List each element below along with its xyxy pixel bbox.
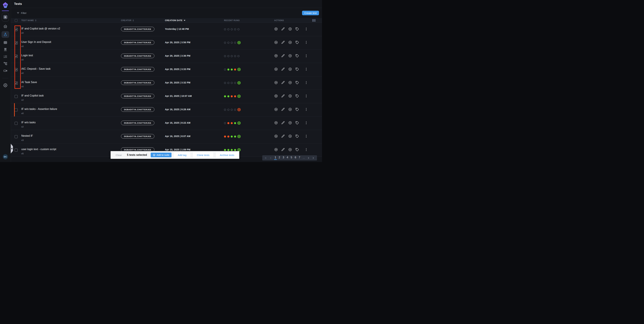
run-icon[interactable] (274, 108, 278, 111)
more-icon[interactable] (304, 108, 308, 111)
nav-test-tubes-icon[interactable] (2, 47, 9, 52)
add-to-suite-button[interactable]: Add to suite (151, 153, 172, 157)
add-icon[interactable] (288, 94, 292, 98)
more-icon[interactable] (304, 81, 308, 84)
table-row[interactable]: Login testv0DEBADITYA.CHATTERJEEApr 29, … (11, 50, 322, 63)
tag-icon[interactable] (295, 148, 299, 152)
run-icon[interactable] (274, 67, 278, 71)
add-icon[interactable] (288, 27, 292, 31)
add-icon[interactable] (288, 81, 292, 84)
test-name[interactable]: IF and Copilot task (21, 94, 121, 97)
run-icon[interactable] (274, 40, 278, 44)
clone-tests-button[interactable]: Clone tests (193, 152, 214, 158)
add-icon[interactable] (288, 54, 292, 58)
column-header-test-name[interactable]: TEST NAME (21, 19, 121, 22)
test-name[interactable]: Login test (21, 54, 121, 57)
add-icon[interactable] (288, 121, 292, 125)
page-number-4[interactable]: 4 (286, 156, 288, 160)
test-name[interactable]: AI Task Save (21, 81, 121, 84)
select-all-checkbox[interactable] (15, 19, 18, 22)
test-name[interactable]: IF and Copilot task @ version v2 (21, 27, 121, 30)
row-checkbox[interactable] (14, 41, 18, 44)
edit-icon[interactable] (281, 134, 285, 138)
table-row[interactable]: Nested IFv3DEBADITYA.CHATTERJEEApr 16, 2… (11, 130, 322, 144)
run-icon[interactable] (274, 94, 278, 98)
page-number-2[interactable]: 2 (278, 156, 281, 160)
clear-selection-button[interactable]: Clear (116, 154, 122, 157)
more-icon[interactable] (304, 40, 308, 44)
add-icon[interactable] (288, 40, 292, 44)
more-icon[interactable] (304, 148, 308, 152)
more-icon[interactable] (304, 54, 308, 58)
page-number-1[interactable]: 1 (274, 156, 277, 160)
test-name[interactable]: IF w/o tasks - Assertion failure (21, 108, 121, 110)
tag-icon[interactable] (295, 134, 299, 138)
nav-workflow-tree-icon[interactable] (2, 61, 9, 66)
nav-data-table-icon[interactable] (2, 40, 9, 45)
tag-icon[interactable] (295, 67, 299, 71)
edit-icon[interactable] (281, 67, 285, 71)
run-icon[interactable] (274, 27, 278, 31)
table-row[interactable]: User Sign In and Depositv0DEBADITYA.CHAT… (11, 36, 322, 50)
table-row[interactable]: IF and Copilot taskv2DEBADITYA.CHATTERJE… (11, 90, 322, 103)
more-icon[interactable] (304, 94, 308, 98)
edit-icon[interactable] (281, 94, 285, 98)
column-settings-icon[interactable] (312, 19, 316, 22)
nav-settings-gear-icon[interactable] (2, 83, 9, 88)
test-name[interactable]: AIC: Deposit - Save task (21, 67, 121, 70)
more-icon[interactable] (304, 67, 308, 71)
more-icon[interactable] (304, 134, 308, 138)
tag-icon[interactable] (295, 40, 299, 44)
test-name[interactable]: user login text - custom script (21, 148, 121, 151)
nav-recordings-camera-icon[interactable] (2, 68, 9, 73)
row-checkbox[interactable] (14, 135, 18, 138)
add-icon[interactable] (288, 134, 292, 138)
add-tag-button[interactable]: Add tag (174, 152, 190, 158)
test-name[interactable]: User Sign In and Deposit (21, 41, 121, 43)
test-name[interactable]: IF w/o tasks (21, 121, 121, 124)
first-page-icon[interactable] (264, 157, 268, 160)
column-header-creator[interactable]: CREATOR (121, 19, 165, 22)
add-icon[interactable] (288, 67, 292, 71)
edit-icon[interactable] (281, 121, 285, 125)
run-icon[interactable] (274, 54, 278, 58)
nav-checklist-icon[interactable] (2, 54, 9, 59)
column-header-creation-date[interactable]: CREATION DATE (165, 19, 223, 22)
next-page-icon[interactable] (307, 157, 310, 160)
page-number-6[interactable]: 6 (294, 156, 297, 160)
workspace-switcher[interactable]: D (2, 13, 9, 21)
create-test-button[interactable]: Create test (302, 11, 319, 15)
edit-icon[interactable] (281, 148, 285, 152)
row-checkbox[interactable] (14, 122, 18, 125)
filter-button[interactable]: Filter (16, 11, 26, 14)
row-checkbox[interactable] (14, 108, 18, 111)
tag-icon[interactable] (295, 94, 299, 98)
more-icon[interactable] (304, 121, 308, 125)
tag-icon[interactable] (295, 108, 299, 111)
tag-icon[interactable] (295, 81, 299, 84)
row-checkbox[interactable] (14, 82, 18, 85)
edit-icon[interactable] (281, 54, 285, 58)
row-checkbox[interactable] (14, 28, 18, 31)
run-icon[interactable] (274, 121, 278, 125)
more-icon[interactable] (304, 27, 308, 31)
edit-icon[interactable] (281, 81, 285, 84)
run-icon[interactable] (274, 134, 278, 138)
last-page-icon[interactable] (312, 157, 315, 160)
nav-tests-flask-icon[interactable] (2, 31, 9, 38)
page-number-5[interactable]: 5 (290, 156, 293, 160)
user-avatar[interactable]: DC (3, 154, 8, 159)
row-checkbox[interactable] (14, 55, 18, 58)
tag-icon[interactable] (295, 54, 299, 58)
tag-icon[interactable] (295, 27, 299, 31)
table-row[interactable]: IF w/o tasks - Assertion failurev0DEBADI… (11, 103, 322, 117)
run-icon[interactable] (274, 148, 278, 152)
test-name[interactable]: Nested IF (21, 135, 121, 137)
row-checkbox[interactable] (14, 68, 18, 71)
table-row[interactable]: IF and Copilot task @ version v2v0DEBADI… (11, 23, 322, 36)
page-number-7[interactable]: 7 (298, 156, 301, 160)
edit-icon[interactable] (281, 27, 285, 31)
table-row[interactable]: IF w/o tasksv2DEBADITYA.CHATTERJEEApr 16… (11, 117, 322, 130)
row-checkbox[interactable] (14, 95, 18, 98)
archive-tests-button[interactable]: Archive tests (216, 152, 238, 158)
